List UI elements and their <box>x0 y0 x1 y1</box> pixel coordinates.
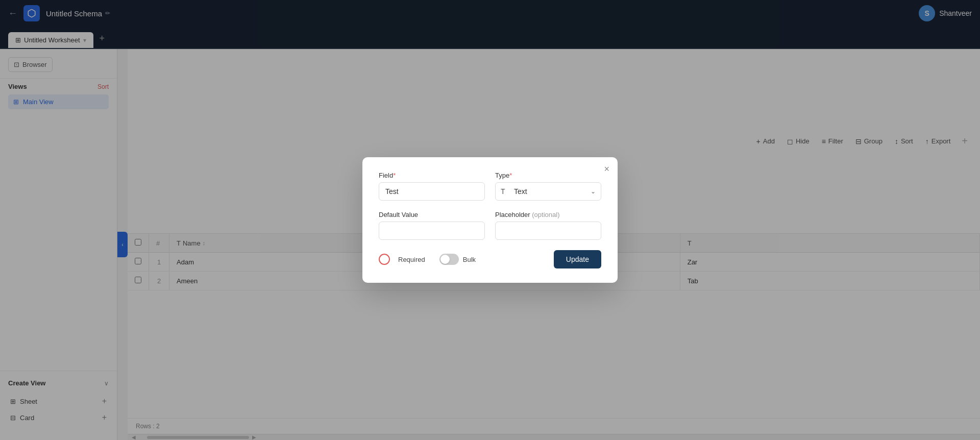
bulk-toggle-wrapper: Bulk <box>439 254 476 265</box>
modal-overlay: × Field* Type* T Text Number Email <box>0 0 980 440</box>
type-label: Type* <box>495 172 601 179</box>
bulk-toggle[interactable] <box>439 254 459 265</box>
type-select-wrapper: T Text Number Email Phone URL Date Check… <box>495 182 601 201</box>
field-input[interactable] <box>379 182 485 201</box>
modal-close-button[interactable]: × <box>604 164 609 174</box>
default-value-group: Default Value <box>379 211 485 240</box>
edit-field-modal: × Field* Type* T Text Number Email <box>362 157 618 283</box>
required-label: Required <box>398 256 425 263</box>
type-required-star: * <box>509 172 512 179</box>
placeholder-optional-label: (optional) <box>532 211 559 218</box>
update-button[interactable]: Update <box>554 250 601 268</box>
placeholder-input[interactable] <box>495 222 601 240</box>
field-input-group: Field* <box>379 172 485 201</box>
default-value-label: Default Value <box>379 211 485 218</box>
modal-row-2: Default Value Placeholder (optional) <box>379 211 601 240</box>
type-select[interactable]: Text Number Email Phone URL Date Checkbo… <box>495 182 601 201</box>
type-select-group: Type* T Text Number Email Phone URL Date… <box>495 172 601 201</box>
toggle-knob <box>440 255 450 264</box>
type-select-text-icon: T <box>501 187 505 195</box>
placeholder-group: Placeholder (optional) <box>495 211 601 240</box>
modal-row-1: Field* Type* T Text Number Email Phone U… <box>379 172 601 201</box>
modal-bottom-row: Required Bulk Update <box>379 250 601 268</box>
field-required-star: * <box>393 172 396 179</box>
field-label: Field* <box>379 172 485 179</box>
placeholder-label: Placeholder (optional) <box>495 211 601 218</box>
bulk-label: Bulk <box>463 256 476 263</box>
default-value-input[interactable] <box>379 222 485 240</box>
required-checkbox[interactable] <box>379 254 390 265</box>
